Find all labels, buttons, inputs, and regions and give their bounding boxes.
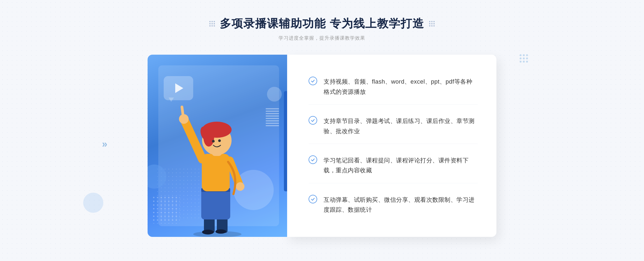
page-container: 多项录播课辅助功能 专为线上教学打造 学习进度全掌握，提升录播课教学效果 [0,0,644,261]
svg-point-4 [215,229,226,234]
svg-point-28 [520,61,522,63]
deco-left-circle [83,193,103,213]
check-icon-4 [309,195,317,203]
left-deco-dots [209,21,215,27]
check-icon-1 [309,77,317,85]
left-chevron-deco: » [102,139,107,150]
illus-dot-grid [153,197,180,223]
title-row: 多项录播课辅助功能 专为线上教学打造 [209,16,435,31]
page-subtitle: 学习进度全掌握，提升录播课教学效果 [209,35,435,41]
right-deco-dots-outer [519,54,529,64]
svg-rect-5 [201,189,230,219]
svg-point-19 [218,139,221,142]
svg-point-12 [236,182,244,191]
feature-item-4: 互动弹幕、试听购买、微信分享、观看次数限制、学习进度跟踪、数据统计 [309,192,478,218]
svg-point-30 [526,61,528,63]
check-icon-2 [309,116,317,125]
svg-line-10 [182,107,183,115]
svg-point-22 [520,54,522,56]
svg-line-8 [185,122,202,159]
feature-item-2: 支持章节目录、弹题考试、课后练习、课后作业、章节测验、批改作业 [309,113,478,144]
svg-rect-21 [153,197,180,223]
svg-point-24 [526,54,528,56]
svg-point-18 [212,140,215,143]
check-icon-3 [309,155,317,164]
feature-text-3: 学习笔记回看、课程提问、课程评论打分、课件资料下载，重点内容收藏 [324,155,478,176]
svg-point-29 [523,61,525,63]
page-title: 多项录播课辅助功能 专为线上教学打造 [220,16,424,31]
person-illustration [177,92,258,237]
deco-stripes [266,108,279,132]
svg-point-27 [526,58,528,59]
svg-point-3 [202,230,214,234]
illustration-panel [148,55,287,237]
feature-item-1: 支持视频、音频、flash、word、excel、ppt、pdf等各种格式的资源… [309,73,478,105]
right-deco-dots-header [429,21,435,27]
deco-circle-small [267,87,282,102]
svg-point-23 [523,54,525,56]
feature-text-4: 互动弹幕、试听购买、微信分享、观看次数限制、学习进度跟踪、数据统计 [324,195,478,215]
play-icon [175,83,183,93]
header-section: 多项录播课辅助功能 专为线上教学打造 学习进度全掌握，提升录播课教学效果 [209,16,435,41]
feature-item-3: 学习笔记回看、课程提问、课程评论打分、课件资料下载，重点内容收藏 [309,152,478,183]
feature-text-1: 支持视频、音频、flash、word、excel、ppt、pdf等各种格式的资源… [324,77,478,97]
features-panel: 支持视频、音频、flash、word、excel、ppt、pdf等各种格式的资源… [287,55,496,237]
svg-point-26 [523,58,525,59]
main-card: 支持视频、音频、flash、word、excel、ppt、pdf等各种格式的资源… [148,55,496,237]
feature-text-2: 支持章节目录、弹题考试、课后练习、课后作业、章节测验、批改作业 [324,116,478,136]
svg-point-25 [520,58,522,59]
